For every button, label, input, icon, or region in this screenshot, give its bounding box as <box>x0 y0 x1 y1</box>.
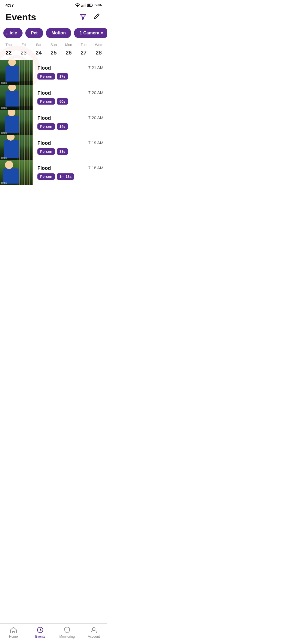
header-actions <box>78 12 102 23</box>
tag-person-4: Person <box>37 148 55 155</box>
thumb-roku-label-5: Roku <box>1 182 7 184</box>
event-time-4: 7:19 AM <box>88 140 103 145</box>
tag-duration-5: 1m 18s <box>57 173 74 180</box>
events-list: Roku Flood 7:21 AM Person 17s Roku <box>0 60 107 224</box>
svg-rect-1 <box>82 5 83 7</box>
event-item-3[interactable]: Roku Flood 7:20 AM Person 14s <box>0 110 107 135</box>
event-name-5: Flood <box>37 165 51 171</box>
event-item-4[interactable]: Roku Flood 7:19 AM Person 33s <box>0 135 107 160</box>
tag-person-1: Person <box>37 73 55 80</box>
event-thumbnail-4: Roku <box>0 135 33 160</box>
event-time-5: 7:18 AM <box>88 165 103 170</box>
tag-duration-3: 14s <box>57 123 68 130</box>
wifi-icon <box>75 3 80 7</box>
tag-person-2: Person <box>37 98 55 105</box>
cal-date-25[interactable]: 25 <box>46 48 61 58</box>
event-tags-4: Person 33s <box>37 148 103 155</box>
chip-pet[interactable]: Pet <box>25 28 43 38</box>
event-name-2: Flood <box>37 90 51 96</box>
event-time-3: 7:20 AM <box>88 115 103 120</box>
status-icons: 58% <box>75 3 102 7</box>
cal-day-tue: Tue <box>76 43 91 47</box>
tag-duration-4: 33s <box>57 148 68 155</box>
event-item-5[interactable]: Roku Flood 7:18 AM Person 1m 18s <box>0 160 107 185</box>
chip-vehicle[interactable]: ...icle <box>3 28 23 38</box>
thumb-roku-label-1: Roku <box>1 81 7 84</box>
event-name-1: Flood <box>37 65 51 71</box>
cal-date-26[interactable]: 26 <box>61 48 76 58</box>
event-info-4: Flood 7:19 AM Person 33s <box>33 135 107 160</box>
event-time-1: 7:21 AM <box>88 65 103 70</box>
event-tags-5: Person 1m 18s <box>37 173 103 180</box>
event-item-2[interactable]: Roku Flood 7:20 AM Person 50s <box>0 85 107 110</box>
filter-bar: ...icle Pet Motion 1 Camera ▾ <box>0 27 107 42</box>
event-tags-3: Person 14s <box>37 123 103 130</box>
calendar-dates: 22 23 24 25 26 27 28 <box>0 48 107 58</box>
cal-day-sat: Sat <box>31 43 46 47</box>
cal-day-thu: Thu <box>1 43 16 47</box>
chip-camera[interactable]: 1 Camera ▾ <box>74 28 107 38</box>
chip-vehicle-label: ...icle <box>6 31 17 36</box>
event-thumbnail-5: Roku <box>0 160 33 185</box>
chip-camera-label: 1 Camera <box>79 31 99 36</box>
svg-rect-5 <box>92 4 93 6</box>
cal-day-mon: Mon <box>61 43 76 47</box>
event-name-4: Flood <box>37 140 51 146</box>
calendar: Thu Fri Sat Sun Mon Tue Wed 22 23 24 25 … <box>0 42 107 60</box>
tag-duration-1: 17s <box>57 73 68 80</box>
event-tags-2: Person 50s <box>37 98 103 105</box>
event-info-1: Flood 7:21 AM Person 17s <box>33 60 107 85</box>
filter-icon <box>79 13 87 21</box>
event-name-3: Flood <box>37 115 51 121</box>
header: Events <box>0 9 107 27</box>
event-info-3: Flood 7:20 AM Person 14s <box>33 110 107 135</box>
cal-date-24[interactable]: 24 <box>31 48 46 58</box>
tag-person-3: Person <box>37 123 55 130</box>
cal-date-22[interactable]: 22 <box>1 48 16 58</box>
chip-pet-label: Pet <box>31 31 38 36</box>
event-info-5: Flood 7:18 AM Person 1m 18s <box>33 160 107 185</box>
cal-day-fri: Fri <box>16 43 31 47</box>
cal-day-sun: Sun <box>46 43 61 47</box>
thumb-roku-label-2: Roku <box>1 107 7 109</box>
svg-rect-0 <box>81 6 82 7</box>
edit-button[interactable] <box>92 12 102 22</box>
page-title: Events <box>6 12 36 23</box>
cal-date-23[interactable]: 23 <box>16 48 31 58</box>
cal-date-27[interactable]: 27 <box>76 48 91 58</box>
event-thumbnail-2: Roku <box>0 85 33 110</box>
chip-motion-label: Motion <box>51 31 66 36</box>
event-time-2: 7:20 AM <box>88 90 103 95</box>
cal-day-wed: Wed <box>91 43 106 47</box>
calendar-days-header: Thu Fri Sat Sun Mon Tue Wed <box>0 43 107 47</box>
tag-duration-2: 50s <box>57 98 68 105</box>
svg-rect-6 <box>87 4 90 6</box>
thumb-roku-label-4: Roku <box>1 157 7 159</box>
event-thumbnail-3: Roku <box>0 110 33 135</box>
event-item-1[interactable]: Roku Flood 7:21 AM Person 17s <box>0 60 107 85</box>
svg-rect-2 <box>84 4 84 7</box>
tag-person-5: Person <box>37 173 55 180</box>
chip-motion[interactable]: Motion <box>46 28 71 38</box>
status-time: 4:37 <box>6 3 14 7</box>
status-bar: 4:37 58% <box>0 0 107 9</box>
signal-icon <box>81 3 86 7</box>
event-info-2: Flood 7:20 AM Person 50s <box>33 85 107 110</box>
chevron-down-icon: ▾ <box>101 31 103 35</box>
event-tags-1: Person 17s <box>37 73 103 80</box>
pencil-icon <box>94 13 101 20</box>
filter-button[interactable] <box>78 12 88 23</box>
battery-percent: 58% <box>95 3 102 7</box>
event-thumbnail-1: Roku <box>0 60 33 85</box>
battery-icon <box>87 4 93 7</box>
thumb-roku-label-3: Roku <box>1 132 7 134</box>
cal-date-28[interactable]: 28 <box>91 48 106 58</box>
svg-rect-3 <box>85 3 86 7</box>
